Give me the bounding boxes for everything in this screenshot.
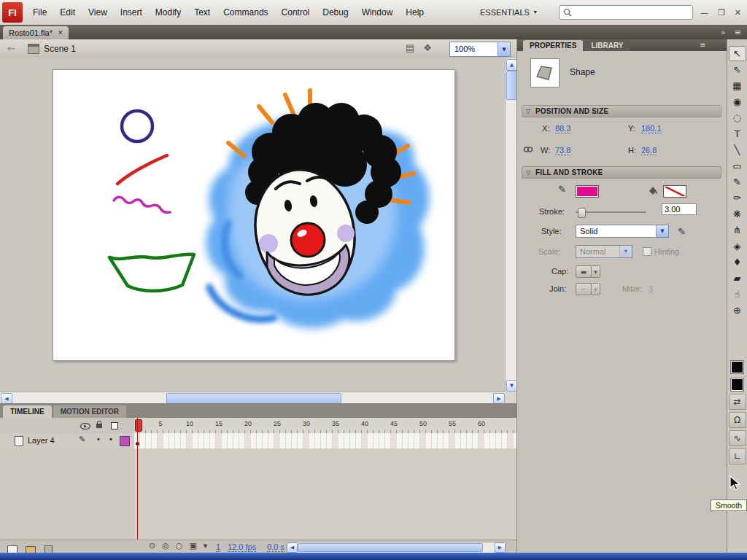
pasteboard[interactable] (0, 58, 505, 392)
rectangle-tool[interactable]: ▭ (729, 158, 746, 174)
3d-rotation-tool[interactable]: ◉ (729, 94, 746, 109)
edit-scene-icon[interactable]: ▤ (406, 42, 414, 53)
pencil-tool[interactable]: ✎ (729, 174, 746, 190)
menu-modify[interactable]: Modify (149, 0, 187, 25)
search-box[interactable] (559, 5, 693, 20)
scroll-up-icon[interactable]: ▲ (506, 59, 517, 71)
free-transform-tool[interactable]: ▦ (729, 78, 746, 93)
h-value[interactable]: 26.8 (641, 146, 657, 155)
center-frame-icon[interactable]: ⊙ (149, 541, 155, 551)
hinting-checkbox[interactable] (643, 247, 651, 256)
vertical-scroll-thumb[interactable] (506, 71, 517, 100)
workspace-switcher-button[interactable]: ESSENTIALS ▾ (474, 5, 543, 20)
deco-tool[interactable]: ❋ (729, 206, 746, 222)
edit-symbols-icon[interactable]: ❖ (423, 42, 432, 53)
menu-debug[interactable]: Debug (316, 0, 355, 25)
back-arrow-icon[interactable]: ← (7, 43, 15, 54)
edit-stroke-style-icon[interactable]: ✎ (678, 226, 686, 237)
restore-button[interactable]: ❐ (718, 8, 725, 18)
layer-frames-track[interactable] (134, 433, 516, 449)
edit-multiple-frames-icon[interactable]: ▣ (189, 541, 196, 551)
onion-skin-icon[interactable]: ◎ (162, 541, 169, 551)
section-header-fill[interactable]: ▽ FILL AND STROKE (522, 166, 721, 179)
menu-file[interactable]: File (26, 0, 53, 25)
menu-control[interactable]: Control (275, 0, 317, 25)
paint-bucket-tool[interactable]: ◈ (729, 238, 746, 254)
stroke-slider[interactable] (576, 211, 646, 213)
panel-menu-icon[interactable]: ≡ (735, 28, 741, 37)
stroke-value-input[interactable] (662, 203, 697, 215)
section-header-position[interactable]: ▽ POSITION AND SIZE (522, 105, 721, 117)
tab-properties[interactable]: PROPERTIES (523, 40, 583, 51)
stroke-slider-thumb[interactable] (578, 208, 586, 218)
search-input[interactable] (574, 7, 692, 18)
selection-tool[interactable]: ↖ (729, 46, 746, 61)
current-frame-value[interactable]: 1 (216, 542, 220, 552)
menu-commands[interactable]: Commands (217, 0, 274, 25)
close-tab-icon[interactable]: ✕ (58, 29, 63, 36)
cap-style-button[interactable]: ▬ (576, 265, 592, 278)
style-dropdown-arrow-icon[interactable]: ▼ (656, 225, 668, 237)
miter-value[interactable]: 3 (649, 284, 653, 294)
outline-view-icon[interactable] (111, 422, 118, 429)
timeline-scroll-thumb[interactable] (298, 543, 483, 552)
stage-canvas[interactable] (53, 69, 455, 361)
tab-library[interactable]: LIBRARY (584, 40, 630, 51)
layer-lock-dot-icon[interactable]: • (109, 435, 113, 443)
zoom-dropdown-arrow-icon[interactable]: ▼ (498, 42, 510, 56)
smooth-button[interactable]: ∿ (729, 430, 746, 446)
eyedropper-tool[interactable]: ♦ (729, 254, 746, 270)
straighten-button[interactable]: ∟ (729, 448, 746, 464)
show-hide-eye-icon[interactable] (80, 423, 90, 429)
layer-outline-color-chip[interactable] (120, 436, 130, 446)
menu-insert[interactable]: Insert (114, 0, 149, 25)
menu-window[interactable]: Window (355, 0, 400, 25)
zoom-tool[interactable]: ⊕ (729, 303, 746, 318)
tab-motion-editor[interactable]: MOTION EDITOR (53, 405, 126, 418)
lasso-tool[interactable]: ◌ (729, 110, 746, 125)
timeline-ruler[interactable]: 51015202530354045505560 (134, 418, 516, 434)
subselection-tool[interactable]: ⇖ (729, 62, 746, 77)
cap-dropdown-arrow-icon[interactable]: ▾ (591, 265, 600, 278)
stage-vertical-scrollbar[interactable]: ▲ ▼ (505, 58, 517, 392)
close-button[interactable]: ✕ (735, 8, 741, 18)
dock-panel-menu-icon[interactable]: ≡ (700, 41, 705, 49)
layer-row[interactable]: Layer 4 ✎ • • (0, 433, 135, 449)
scroll-right-icon[interactable]: ▶ (493, 393, 505, 404)
frame-rate-value[interactable]: 12.0 fps (228, 542, 256, 552)
tab-timeline[interactable]: TIMELINE (3, 405, 52, 418)
brush-tool[interactable]: ✑ (729, 190, 746, 206)
playhead-marker[interactable] (135, 419, 142, 432)
lock-icon[interactable] (96, 424, 102, 428)
scroll-left-icon[interactable]: ◀ (1, 393, 12, 404)
eraser-tool[interactable]: ▰ (729, 271, 746, 286)
layer-name-label[interactable]: Layer 4 (28, 436, 55, 445)
collapse-dock-icon[interactable]: » (721, 28, 726, 37)
stroke-color-swatch[interactable] (576, 185, 599, 198)
onion-outline-icon[interactable]: ○ (176, 541, 183, 551)
stroke-color-chip[interactable] (730, 360, 744, 374)
zoom-select[interactable]: 100% ▼ (449, 42, 511, 57)
menu-view[interactable]: View (82, 0, 114, 25)
menu-help[interactable]: Help (399, 0, 430, 25)
modify-markers-icon[interactable]: ▾ (204, 541, 208, 551)
bone-tool[interactable]: ⋔ (729, 222, 746, 238)
scroll-down-icon[interactable]: ▼ (506, 380, 517, 392)
scene-breadcrumb[interactable]: Scene 1 (44, 44, 76, 54)
horizontal-scroll-thumb[interactable] (166, 393, 341, 404)
stage-horizontal-scrollbar[interactable]: ◀ ▶ (0, 392, 505, 404)
style-select[interactable]: Solid ▼ (576, 225, 669, 238)
elapsed-time-value[interactable]: 0.0 s (267, 542, 285, 552)
swap-colors-button[interactable]: ⇄ (729, 394, 746, 410)
line-tool[interactable]: ╲ (729, 142, 746, 158)
join-style-button[interactable]: ⌐ (576, 283, 592, 295)
fill-color-chip[interactable] (730, 378, 744, 392)
constrain-link-icon[interactable] (523, 144, 533, 155)
document-tab[interactable]: Rosto01.fla* ✕ (3, 26, 69, 39)
timeline-scroll-left-icon[interactable]: ◀ (287, 542, 298, 553)
y-value[interactable]: 180.1 (641, 124, 662, 133)
timeline-scroll-right-icon[interactable]: ▶ (495, 542, 506, 553)
menu-text[interactable]: Text (187, 0, 217, 25)
w-value[interactable]: 73.8 (555, 146, 570, 155)
x-value[interactable]: 88.3 (555, 124, 570, 133)
